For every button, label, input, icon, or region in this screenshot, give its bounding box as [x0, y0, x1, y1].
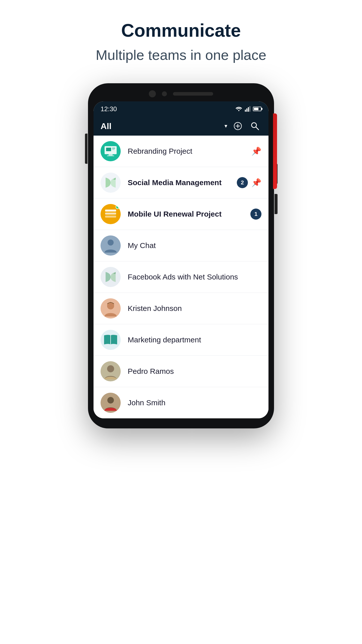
chat-item-pedro[interactable]: Pedro Ramos — [94, 356, 268, 387]
chat-name-label: Facebook Ads with Net Solutions — [128, 273, 261, 281]
svg-rect-14 — [112, 148, 115, 149]
avatar — [101, 298, 121, 318]
chat-info: John Smith — [128, 398, 261, 407]
svg-rect-1 — [246, 108, 247, 112]
svg-rect-11 — [109, 154, 113, 155]
svg-rect-20 — [105, 216, 116, 218]
chat-item-rebranding[interactable]: Rebranding Project 📌 — [94, 136, 268, 167]
pin-icon: 📌 — [251, 146, 261, 156]
svg-rect-2 — [248, 107, 249, 112]
chat-meta: 📌 — [251, 146, 261, 156]
avatar — [101, 393, 121, 413]
avatar — [101, 141, 121, 161]
chat-name-label: John Smith — [128, 398, 261, 407]
camera-dot-small — [162, 91, 167, 96]
chat-name-label: Mobile UI Renewal Project — [128, 210, 250, 218]
svg-rect-13 — [106, 148, 111, 151]
page-subheadline: Multiple teams in one place — [96, 47, 266, 63]
chat-info: Kristen Johnson — [128, 304, 261, 313]
status-icons — [235, 106, 261, 112]
unread-badge: 2 — [237, 177, 248, 188]
page-headline: Communicate — [121, 20, 241, 41]
chat-item-kristen[interactable]: Kristen Johnson — [94, 293, 268, 324]
avatar — [101, 330, 121, 350]
chat-name-label: My Chat — [128, 241, 261, 250]
chat-item-mobile-ui[interactable]: Mobile UI Renewal Project 1 — [94, 198, 268, 230]
chat-name-label: Rebranding Project — [128, 147, 251, 155]
signal-icon — [245, 106, 250, 112]
app-topbar: All ▾ — [94, 116, 268, 136]
speaker-bar — [173, 92, 213, 96]
chat-name-label: Kristen Johnson — [128, 304, 261, 313]
chat-list: Rebranding Project 📌 Social Media — [94, 136, 268, 418]
svg-point-22 — [108, 239, 114, 246]
svg-rect-18 — [105, 210, 116, 212]
chat-info: Rebranding Project — [128, 147, 251, 155]
battery-icon — [253, 107, 261, 111]
online-indicator — [116, 205, 120, 209]
volume-down-button — [275, 194, 278, 214]
chat-info: My Chat — [128, 241, 261, 250]
chat-info: Pedro Ramos — [128, 367, 261, 376]
topbar-filter-label[interactable]: All — [101, 121, 218, 131]
chat-item-my-chat[interactable]: My Chat — [94, 230, 268, 261]
svg-point-31 — [107, 397, 114, 404]
avatar — [101, 361, 121, 381]
pin-icon: 📌 — [251, 178, 261, 187]
chat-meta: 1 — [250, 209, 261, 220]
chat-info: Facebook Ads with Net Solutions — [128, 273, 261, 281]
svg-point-29 — [107, 365, 114, 372]
phone-top-hardware — [94, 90, 268, 97]
wifi-icon — [235, 106, 242, 112]
add-chat-button[interactable] — [231, 119, 244, 133]
status-bar: 12:30 — [94, 101, 268, 116]
avatar — [101, 204, 121, 224]
chat-info: Mobile UI Renewal Project — [128, 210, 250, 218]
chat-name-label: Marketing department — [128, 336, 261, 344]
avatar — [101, 173, 121, 193]
chat-info: Social Media Management — [128, 178, 237, 187]
phone-screen: 12:30 — [94, 101, 268, 418]
chat-item-john[interactable]: John Smith — [94, 387, 268, 418]
svg-line-8 — [256, 127, 259, 130]
add-circle-icon — [234, 122, 242, 130]
camera-dot — [149, 90, 156, 97]
svg-rect-19 — [105, 213, 116, 215]
chat-item-marketing[interactable]: Marketing department — [94, 324, 268, 356]
unread-badge: 1 — [250, 209, 261, 220]
avatar — [101, 267, 121, 287]
volume-up-button — [275, 164, 278, 184]
status-time: 12:30 — [101, 105, 117, 113]
avatar — [101, 235, 121, 256]
chat-name-label: Social Media Management — [128, 178, 237, 187]
search-button[interactable] — [248, 119, 261, 133]
chat-name-label: Pedro Ramos — [128, 367, 261, 376]
dropdown-arrow-icon[interactable]: ▾ — [224, 123, 227, 129]
chat-item-facebook-ads[interactable]: Facebook Ads with Net Solutions — [94, 261, 268, 293]
svg-rect-3 — [249, 106, 250, 112]
svg-rect-12 — [107, 155, 114, 156]
chat-item-social-media[interactable]: Social Media Management 2📌 — [94, 167, 268, 198]
phone-shell: 12:30 — [88, 83, 274, 428]
svg-rect-15 — [112, 149, 115, 150]
chat-meta: 2📌 — [237, 177, 261, 188]
chat-info: Marketing department — [128, 336, 261, 344]
search-icon — [251, 122, 259, 130]
svg-rect-0 — [245, 110, 246, 112]
